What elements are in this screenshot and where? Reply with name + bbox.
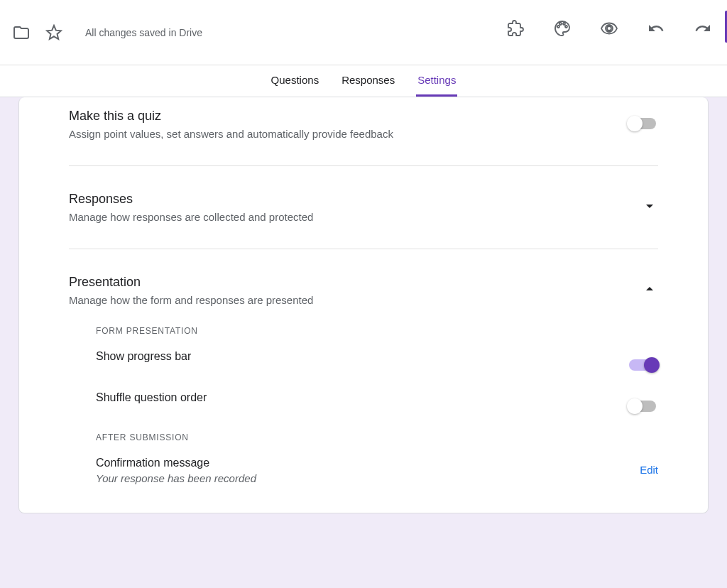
confirm-value: Your response has been recorded [96,472,256,484]
shuffle-toggle[interactable] [627,397,658,413]
form-presentation-block: FORM PRESENTATION Show progress bar Shuf… [19,306,708,484]
form-presentation-label: FORM PRESENTATION [96,326,658,336]
confirm-edit-button[interactable]: Edit [640,464,658,476]
section-presentation: Presentation Manage how the form and res… [19,249,708,306]
responses-desc: Manage how responses are collected and p… [69,211,313,223]
responses-expand-icon[interactable] [641,197,658,214]
star-icon[interactable] [44,23,64,43]
tabs: Questions Responses Settings [0,65,727,97]
shuffle-title: Shuffle question order [96,391,207,404]
after-submission-label: AFTER SUBMISSION [96,432,658,442]
settings-card: Make this a quiz Assign point values, se… [18,97,709,513]
tab-questions[interactable]: Questions [270,65,321,97]
move-to-folder-icon[interactable] [11,23,31,43]
confirm-title: Confirmation message [96,457,256,469]
quiz-desc: Assign point values, set answers and aut… [69,128,393,140]
presentation-collapse-icon[interactable] [641,281,658,298]
undo-icon[interactable] [646,18,666,38]
responses-title: Responses [69,192,313,207]
progress-title: Show progress bar [96,350,191,363]
customize-theme-icon[interactable] [552,18,572,38]
section-quiz: Make this a quiz Assign point values, se… [19,97,708,166]
top-bar: All changes saved in Drive [0,0,727,65]
tab-responses[interactable]: Responses [340,65,396,97]
tab-settings[interactable]: Settings [416,65,457,97]
presentation-desc: Manage how the form and responses are pr… [69,294,313,306]
presentation-title: Presentation [69,275,313,290]
save-status: All changes saved in Drive [85,27,202,38]
progress-toggle[interactable] [627,356,658,371]
redo-icon[interactable] [693,18,713,38]
preview-icon[interactable] [599,18,619,38]
quiz-title: Make this a quiz [69,109,393,124]
quiz-toggle[interactable] [627,114,658,130]
addons-icon[interactable] [505,18,525,38]
section-responses: Responses Manage how responses are colle… [19,166,708,249]
